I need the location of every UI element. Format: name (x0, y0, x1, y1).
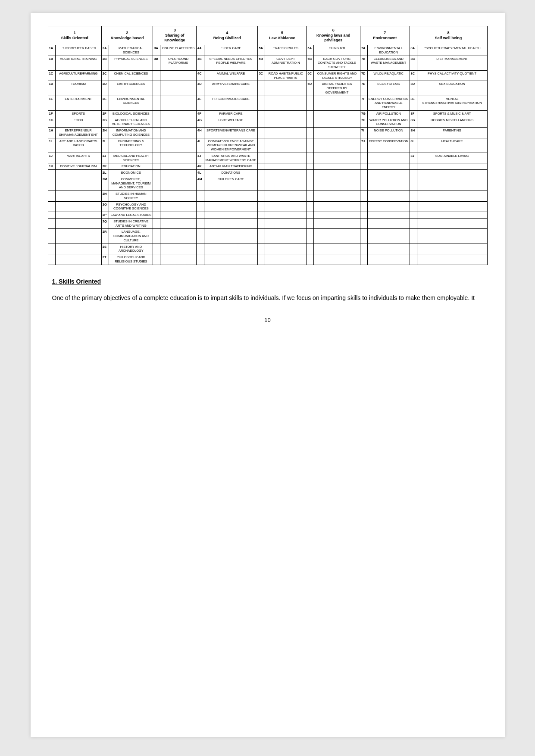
cell-id-r1-c0: 1B (48, 56, 55, 70)
cell-id-r6-c2 (153, 117, 160, 128)
header-6: 6 Knowing laws and privileges (307, 26, 360, 45)
cell-content-r12-c4 (265, 176, 307, 191)
cell-id-r19-c3 (197, 254, 204, 265)
cell-id-r14-c7 (410, 201, 417, 212)
cell-id-r3-c5: 6D (307, 81, 314, 96)
cell-content-r7-c1: INFORMATION AND COMPUTING SCIENCES (109, 128, 153, 138)
cell-id-r0-c6: 7A (360, 45, 367, 56)
cell-content-r11-c7 (417, 170, 487, 176)
cell-id-r2-c4: 5C (258, 70, 265, 81)
cell-content-r8-c6: FOREST CONSERVATION (367, 138, 410, 153)
cell-id-r17-c2 (153, 229, 160, 244)
cell-id-r2-c6: 7D (360, 70, 367, 81)
cell-id-r0-c2: 3A (153, 45, 160, 56)
cell-content-r11-c3: DONATIONS (204, 170, 258, 176)
table-row: 2PLAW AND LEGAL STUDIES (48, 212, 487, 219)
cell-content-r11-c5 (314, 170, 360, 176)
cell-id-r6-c5 (307, 117, 314, 128)
table-row: 2TPHILOSOPHY AND RELIGIOUS STUDIES (48, 254, 487, 265)
cell-id-r10-c2 (153, 163, 160, 170)
cell-content-r1-c6: CLEANLINESS AND WASTE MANAGEMENT (367, 56, 410, 70)
table-row: 1JMARTIAL ARTS2JMEDICAL AND HEALTH SCIEN… (48, 153, 487, 163)
header-6-label: Knowing laws and privileges (316, 33, 350, 43)
cell-id-r9-c4 (258, 153, 265, 163)
cell-id-r16-c7 (410, 218, 417, 229)
cell-id-r13-c3 (197, 191, 204, 202)
table-row: 1CAGRICULTURE/FARMING2CCHEMICAL SCIENCES… (48, 70, 487, 81)
cell-content-r18-c5 (314, 244, 360, 254)
cell-content-r4-c7: MENTAL STRENGTH/MOTIVATION/INSPIRATION (417, 96, 487, 110)
cell-id-r19-c2 (153, 254, 160, 265)
cell-content-r19-c0 (55, 254, 101, 265)
cell-content-r3-c6: ECOSYSTEMS (367, 81, 410, 96)
cell-id-r3-c1: 2D (101, 81, 109, 96)
cell-id-r14-c6 (360, 201, 367, 212)
cell-content-r7-c7: PARENTING (417, 128, 487, 138)
cell-content-r14-c1: PSYCHOLOGY AND COGNITIVE SCIENCES (109, 201, 153, 212)
cell-content-r16-c1: STUDIES IN CREATIVE ARTS AND WRITING (109, 218, 153, 229)
cell-id-r16-c1: 2Q (101, 218, 109, 229)
table-row: 1IART AND HANDICRAFTS BASED2IENGINEERING… (48, 138, 487, 153)
cell-content-r2-c4: ROAD HABITS/PUBLIC PLACE HABITS (265, 70, 307, 81)
header-7-label: Environment (373, 36, 397, 40)
cell-content-r16-c3 (204, 218, 258, 229)
cell-content-r4-c1: ENVIRONMENTAL SCIENCES (109, 96, 153, 110)
cell-id-r7-c5 (307, 128, 314, 138)
cell-content-r1-c2: ON-GROUND PLATFORMS (160, 56, 197, 70)
cell-id-r19-c4 (258, 254, 265, 265)
cell-content-r8-c1: ENGINEERING & TECHNOLOGY (109, 138, 153, 153)
cell-id-r0-c4: 5A (258, 45, 265, 56)
cell-content-r2-c5: CONSUMER RIGHTS AND TACKLE STRATEGY (314, 70, 360, 81)
cell-id-r11-c4 (258, 170, 265, 176)
cell-id-r1-c3: 4B (197, 56, 204, 70)
cell-id-r10-c0: 1K (48, 163, 55, 170)
cell-id-r12-c1: 2M (101, 176, 109, 191)
cell-id-r18-c4 (258, 244, 265, 254)
cell-id-r12-c5 (307, 176, 314, 191)
cell-content-r13-c3 (204, 191, 258, 202)
cell-id-r13-c6 (360, 191, 367, 202)
cell-id-r6-c3: 4G (197, 117, 204, 128)
cell-content-r5-c0: SPORTS (55, 110, 101, 117)
cell-content-r8-c3: COMBAT VIOLENCE AGAINST WOMEN/CHILDREN/W… (204, 138, 258, 153)
cell-content-r5-c6: AIR POLLUTION (367, 110, 410, 117)
table-row: 1DTOURISM2DEARTH SCIENCES4DARMY/VETERANS… (48, 81, 487, 96)
cell-id-r2-c5: 6C (307, 70, 314, 81)
cell-id-r5-c6: 7G (360, 110, 367, 117)
table-row: 2OPSYCHOLOGY AND COGNITIVE SCIENCES (48, 201, 487, 212)
header-1-num: 1 (74, 31, 76, 35)
cell-id-r5-c5 (307, 110, 314, 117)
cell-content-r2-c1: CHEMICAL SCIENCES (109, 70, 153, 81)
cell-id-r14-c2 (153, 201, 160, 212)
cell-id-r18-c0 (48, 244, 55, 254)
cell-content-r7-c0: ENTREPRENEUR SHIP/MANAGEMENT ENT (55, 128, 101, 138)
cell-id-r7-c6: 7I (360, 128, 367, 138)
cell-id-r5-c0: 1F (48, 110, 55, 117)
header-2: 2 Knowledge based (101, 26, 153, 45)
header-8-num: 8 (447, 31, 450, 35)
cell-content-r12-c2 (160, 176, 197, 191)
cell-content-r6-c4 (265, 117, 307, 128)
cell-id-r11-c2 (153, 170, 160, 176)
cell-content-r4-c0: ENTERTAINMENT (55, 96, 101, 110)
cell-id-r2-c1: 2C (101, 70, 109, 81)
cell-content-r2-c7: PHYSICAL ACTIVITY QUOTIENT (417, 70, 487, 81)
cell-id-r19-c1: 2T (101, 254, 109, 265)
table-row: 2NSTUDIES IN HUMAN SOCIETY (48, 191, 487, 202)
cell-content-r6-c7: HOBBIES MISCELLANEOUS (417, 117, 487, 128)
cell-id-r16-c0 (48, 218, 55, 229)
cell-content-r5-c4 (265, 110, 307, 117)
cell-id-r16-c3 (197, 218, 204, 229)
table-row: 2RLANGUAGE, COMMUNICATION AND CULTURE (48, 229, 487, 244)
cell-content-r19-c7 (417, 254, 487, 265)
cell-id-r4-c7: 8E (410, 96, 417, 110)
cell-content-r17-c7 (417, 229, 487, 244)
cell-id-r4-c5 (307, 96, 314, 110)
cell-content-r9-c2 (160, 153, 197, 163)
cell-id-r10-c1: 2K (101, 163, 109, 170)
cell-id-r18-c2 (153, 244, 160, 254)
cell-id-r13-c2 (153, 191, 160, 202)
cell-content-r5-c3: FARMER CARE (204, 110, 258, 117)
cell-id-r3-c7: 8D (410, 81, 417, 96)
cell-content-r16-c7 (417, 218, 487, 229)
